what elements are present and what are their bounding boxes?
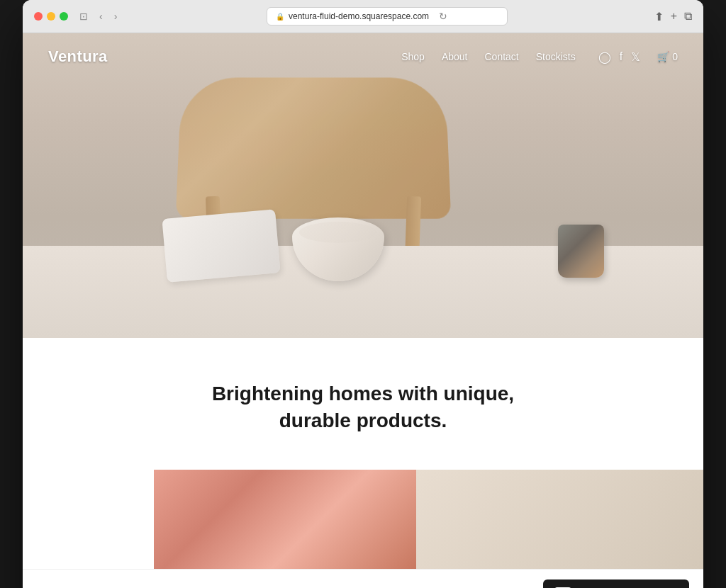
site-nav: Shop About Contact Stockists ◯ f 𝕏 🛒 0 bbox=[401, 50, 678, 64]
products-preview-section bbox=[23, 470, 703, 569]
twitter-icon[interactable]: 𝕏 bbox=[631, 50, 640, 64]
back-button[interactable]: ‹ bbox=[96, 9, 106, 23]
lock-icon: 🔒 bbox=[276, 13, 284, 21]
site-logo[interactable]: Ventura bbox=[48, 47, 108, 66]
browser-nav-controls: ⊡ ‹ › bbox=[77, 9, 120, 23]
nav-shop[interactable]: Shop bbox=[401, 51, 425, 62]
site-header: Ventura Shop About Contact Stockists ◯ f… bbox=[23, 33, 703, 80]
website-content: Ventura Shop About Contact Stockists ◯ f… bbox=[23, 33, 703, 588]
sidebar-toggle-icon[interactable]: ⊡ bbox=[77, 9, 91, 23]
url-text: ventura-fluid-demo.squarespace.com bbox=[289, 11, 429, 21]
browser-window: ⊡ ‹ › 🔒 ventura-fluid-demo.squarespace.c… bbox=[23, 0, 703, 588]
new-tab-icon[interactable]: + bbox=[671, 10, 677, 23]
browser-actions: ⬆ + ⧉ bbox=[654, 10, 692, 23]
tagline-line1: Brightening homes with unique, bbox=[212, 383, 514, 405]
address-bar[interactable]: 🔒 ventura-fluid-demo.squarespace.com ↻ bbox=[267, 7, 508, 26]
social-icons: ◯ f 𝕏 bbox=[598, 50, 640, 64]
tagline-text: Brightening homes with unique, durable p… bbox=[186, 380, 540, 434]
address-bar-wrapper: 🔒 ventura-fluid-demo.squarespace.com ↻ bbox=[128, 7, 645, 26]
reload-icon[interactable]: ↻ bbox=[439, 11, 447, 22]
forward-button[interactable]: › bbox=[111, 9, 121, 23]
squarespace-cta-button[interactable]: ✦ Create A Site Like This Free trial. In… bbox=[543, 579, 689, 588]
minimize-button[interactable] bbox=[47, 12, 55, 21]
nav-about[interactable]: About bbox=[442, 51, 468, 62]
traffic-lights bbox=[34, 12, 68, 21]
product-thumbnail-1[interactable] bbox=[154, 470, 416, 569]
fabric-decoration bbox=[162, 209, 280, 283]
cart-link[interactable]: 🛒 0 bbox=[657, 51, 678, 62]
fullscreen-button[interactable] bbox=[60, 12, 68, 21]
tab-overview-icon[interactable]: ⧉ bbox=[684, 10, 692, 23]
close-button[interactable] bbox=[34, 12, 43, 21]
bottom-bar: Featured ✦ Create A Site Like This Free … bbox=[23, 569, 703, 588]
nav-contact[interactable]: Contact bbox=[484, 51, 518, 62]
hero-section: Ventura Shop About Contact Stockists ◯ f… bbox=[23, 33, 703, 338]
tagline-line2: durable products. bbox=[279, 409, 447, 431]
cart-count: 0 bbox=[672, 51, 678, 62]
instagram-icon[interactable]: ◯ bbox=[598, 50, 611, 64]
cart-icon: 🛒 bbox=[657, 51, 669, 62]
facebook-icon[interactable]: f bbox=[620, 50, 622, 63]
share-icon[interactable]: ⬆ bbox=[654, 10, 664, 23]
tagline-section: Brightening homes with unique, durable p… bbox=[23, 338, 703, 470]
nav-stockists[interactable]: Stockists bbox=[536, 51, 576, 62]
product-thumbnail-2[interactable] bbox=[416, 470, 703, 569]
cup-decoration bbox=[558, 225, 604, 278]
browser-chrome: ⊡ ‹ › 🔒 ventura-fluid-demo.squarespace.c… bbox=[23, 0, 703, 33]
